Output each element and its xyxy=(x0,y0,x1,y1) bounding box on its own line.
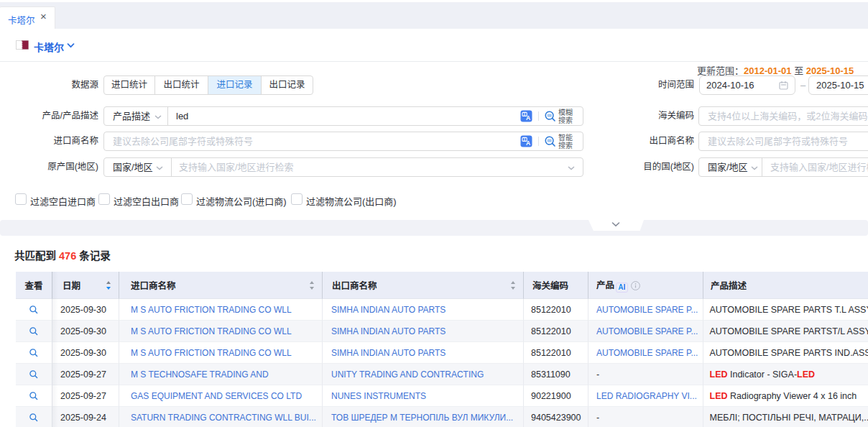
svg-text:A: A xyxy=(526,114,530,121)
svg-text:A: A xyxy=(526,139,530,147)
